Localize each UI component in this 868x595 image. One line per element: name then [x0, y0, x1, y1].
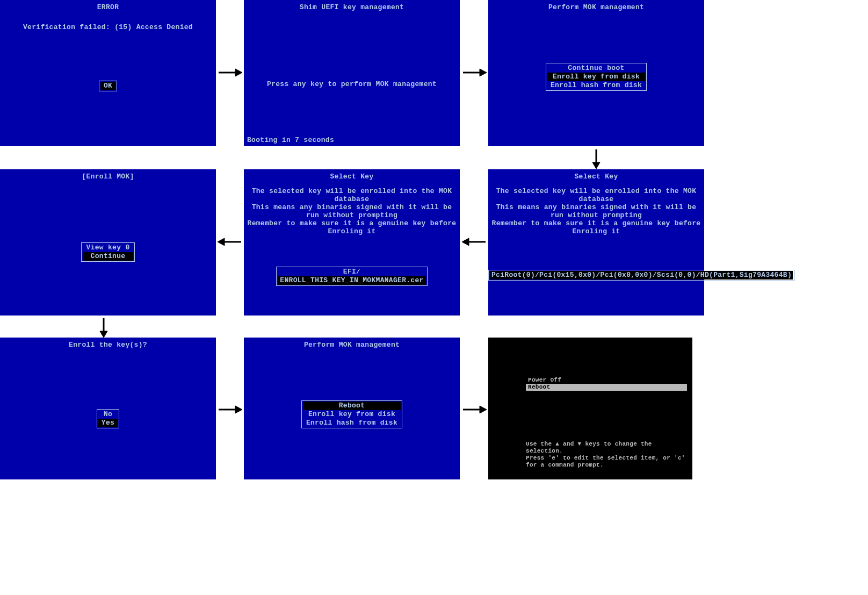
enroll-confirm-title: Enroll the key(s)?: [0, 338, 216, 349]
pci-path-menu: PciRoot(0)/Pci(0x15,0x0)/Pci(0x0,0x0)/Sc…: [488, 270, 795, 281]
pci-path-item[interactable]: PciRoot(0)/Pci(0x15,0x0)/Pci(0x0,0x0)/Sc…: [490, 271, 793, 279]
enroll-mok-menu: View key 0 Continue: [81, 242, 134, 262]
continue-item[interactable]: Continue: [83, 252, 133, 261]
svg-marker-9: [218, 238, 225, 246]
continue-boot-item[interactable]: Continue boot: [551, 64, 642, 73]
arrow-icon: [462, 67, 487, 78]
grub-footer: Use the ▲ and ▼ keys to change the selec…: [526, 441, 692, 469]
mok-menu-2: Reboot Enroll key from disk Enroll hash …: [301, 400, 402, 428]
svg-marker-7: [462, 238, 469, 246]
sk4-line2: This means any binaries signed with it w…: [488, 203, 704, 219]
arrow-icon: [591, 148, 602, 169]
arrow-icon: [98, 317, 109, 338]
mok-management-screen-1: Perform MOK management Continue boot Enr…: [488, 0, 704, 146]
error-message: Verification failed: (15) Access Denied: [0, 23, 216, 31]
grub-hint-2: Press 'e' to edit the selected item, or …: [526, 455, 692, 469]
select-key-title-2: Select Key: [244, 169, 460, 181]
shim-title: Shim UEFI key management: [244, 0, 460, 11]
mok-title-1: Perform MOK management: [488, 0, 704, 11]
grub-poweroff[interactable]: Power Off: [526, 377, 687, 384]
select-key-efi-screen: Select Key The selected key will be enro…: [244, 169, 460, 316]
enroll-mok-title: [Enroll MOK]: [0, 169, 216, 181]
ok-label: OK: [100, 82, 115, 90]
arrow-icon: [218, 67, 242, 78]
efi-path-2[interactable]: ENROLL_THIS_KEY_IN_MOKMANAGER.cer: [278, 276, 425, 285]
arrow-icon: [218, 404, 242, 415]
enroll-confirm-menu: No Yes: [97, 409, 119, 428]
no-item[interactable]: No: [102, 410, 114, 419]
svg-marker-5: [592, 162, 600, 169]
enroll-hash-item-2[interactable]: Enroll hash from disk: [306, 419, 397, 427]
enroll-mok-screen: [Enroll MOK] View key 0 Continue: [0, 169, 216, 316]
efi-path-menu: EFI/ ENROLL_THIS_KEY_IN_MOKMANAGER.cer: [276, 267, 427, 286]
mok-menu-1: Continue boot Enroll key from disk Enrol…: [546, 63, 647, 91]
svg-marker-15: [480, 406, 487, 413]
yes-item[interactable]: Yes: [98, 419, 118, 427]
arrow-icon: [462, 404, 487, 415]
shim-message: Press any key to perform MOK management: [244, 80, 460, 88]
svg-marker-13: [235, 406, 242, 413]
grub-reboot[interactable]: Reboot: [526, 384, 687, 391]
ok-button[interactable]: OK: [99, 81, 117, 91]
grub-menu: Power Off Reboot: [526, 377, 687, 391]
svg-marker-1: [235, 69, 242, 76]
grub-hint-1: Use the ▲ and ▼ keys to change the selec…: [526, 441, 692, 455]
sk5-line3: Remember to make sure it is a genuine ke…: [244, 219, 460, 235]
sk5-line2: This means any binaries signed with it w…: [244, 203, 460, 219]
view-key-item[interactable]: View key 0: [86, 243, 129, 252]
select-key-pci-screen: Select Key The selected key will be enro…: [488, 169, 704, 316]
sk4-line3: Remember to make sure it is a genuine ke…: [488, 219, 704, 235]
enroll-hash-item[interactable]: Enroll hash from disk: [551, 81, 642, 90]
mok-management-screen-2: Perform MOK management Reboot Enroll key…: [244, 338, 460, 479]
error-screen: ERROR Verification failed: (15) Access D…: [0, 0, 216, 146]
reboot-item[interactable]: Reboot: [303, 402, 401, 410]
svg-marker-3: [480, 69, 487, 76]
enroll-key-item[interactable]: Enroll key from disk: [547, 73, 645, 81]
shim-footer: Booting in 7 seconds: [247, 136, 334, 144]
sk5-line1: The selected key will be enrolled into t…: [244, 187, 460, 203]
mok-title-2: Perform MOK management: [244, 338, 460, 349]
arrow-icon: [462, 236, 487, 247]
arrow-icon: [218, 236, 242, 247]
svg-marker-11: [100, 331, 107, 338]
error-title: ERROR: [0, 0, 216, 11]
grub-screen: Power Off Reboot Use the ▲ and ▼ keys to…: [488, 338, 692, 479]
enroll-key-item-2[interactable]: Enroll key from disk: [306, 410, 397, 419]
enroll-confirm-screen: Enroll the key(s)? No Yes: [0, 338, 216, 479]
select-key-title-1: Select Key: [488, 169, 704, 181]
efi-path-1[interactable]: EFI/: [280, 268, 423, 276]
sk4-line1: The selected key will be enrolled into t…: [488, 187, 704, 203]
shim-screen: Shim UEFI key management Press any key t…: [244, 0, 460, 146]
